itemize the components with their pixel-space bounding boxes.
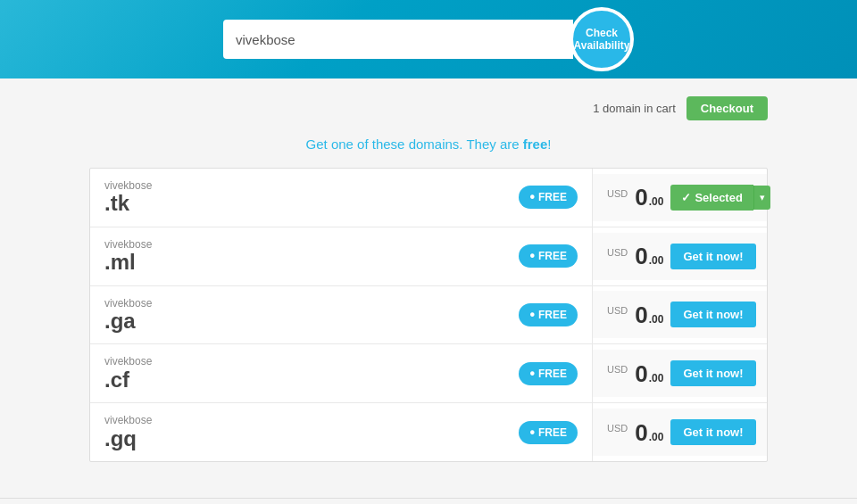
get-it-now-button[interactable]: Get it now! [670, 419, 755, 445]
domain-name-wrap: vivekbose .tk [104, 179, 152, 216]
domain-left: vivekbose .cf FREE [90, 344, 593, 402]
domain-name-wrap: vivekbose .cf [104, 355, 152, 392]
footer-divider [0, 498, 857, 499]
search-bar: CheckAvailability [223, 7, 634, 71]
price-block: 0.00 [635, 244, 663, 268]
selected-button[interactable]: Selected [670, 185, 753, 211]
price-block: 0.00 [635, 303, 663, 326]
price-currency: USD [607, 247, 628, 258]
price-amount: 0 [635, 421, 647, 444]
domain-right: USD 0.00 Get it now! [593, 291, 767, 338]
price-block: 0.00 [635, 421, 663, 444]
price-block: 0.00 [635, 362, 663, 385]
price-currency: USD [607, 423, 628, 434]
cart-bar: 1 domain in cart Checkout [89, 96, 768, 120]
table-row: vivekbose .ga FREE USD 0.00 Get it now! [90, 286, 767, 345]
main-content: 1 domain in cart Checkout Get one of the… [71, 78, 786, 480]
domain-name-wrap: vivekbose .ga [104, 297, 152, 334]
get-it-now-button[interactable]: Get it now! [670, 360, 755, 386]
domain-ext: .tk [104, 192, 152, 215]
domain-table: vivekbose .tk FREE USD 0.00 Selected ▾ v… [89, 168, 768, 462]
domain-ext: .ga [104, 310, 152, 333]
price-currency: USD [607, 188, 628, 199]
price-cents: .00 [649, 254, 664, 267]
domain-base: vivekbose [104, 238, 152, 251]
domain-left: vivekbose .gq FREE [90, 403, 593, 461]
selected-group: Selected ▾ [670, 185, 770, 211]
price-amount: 0 [635, 362, 647, 385]
search-input[interactable] [223, 20, 573, 59]
domain-ext: .cf [104, 368, 152, 392]
free-badge: FREE [519, 303, 578, 326]
promo-before: Get one of these domains. They are [306, 136, 523, 152]
table-row: vivekbose .gq FREE USD 0.00 Get it now! [90, 403, 767, 461]
domain-ext: .gq [104, 427, 152, 450]
free-badge: FREE [519, 186, 578, 209]
get-it-now-button[interactable]: Get it now! [670, 244, 755, 269]
domain-ext: .ml [104, 251, 152, 274]
domain-right: USD 0.00 Selected ▾ [593, 174, 767, 221]
price-cents: .00 [649, 313, 664, 326]
free-badge: FREE [519, 421, 578, 444]
domain-right: USD 0.00 Get it now! [593, 409, 767, 456]
domain-left: vivekbose .ml FREE [90, 227, 593, 285]
domain-left: vivekbose .tk FREE [90, 169, 593, 227]
promo-free-word: free [523, 136, 548, 152]
domain-left: vivekbose .ga FREE [90, 286, 593, 344]
domain-name-wrap: vivekbose .gq [104, 414, 152, 450]
header: CheckAvailability [0, 0, 857, 78]
table-row: vivekbose .tk FREE USD 0.00 Selected ▾ [90, 169, 767, 227]
domain-right: USD 0.00 Get it now! [593, 350, 767, 397]
free-badge: FREE [519, 244, 578, 268]
cart-count-text: 1 domain in cart [593, 102, 676, 115]
check-availability-button[interactable]: CheckAvailability [570, 7, 634, 71]
price-cents: .00 [649, 195, 664, 208]
domain-base: vivekbose [104, 297, 152, 310]
price-amount: 0 [635, 186, 647, 209]
free-badge: FREE [519, 362, 578, 385]
price-currency: USD [607, 364, 628, 375]
domain-base: vivekbose [104, 355, 152, 368]
domain-name-wrap: vivekbose .ml [104, 238, 152, 275]
get-it-now-button[interactable]: Get it now! [670, 302, 755, 327]
domain-base: vivekbose [104, 179, 152, 192]
price-amount: 0 [635, 244, 647, 268]
selected-dropdown-button[interactable]: ▾ [753, 186, 770, 210]
price-block: 0.00 [635, 186, 663, 209]
domain-base: vivekbose [104, 414, 152, 426]
promo-text: Get one of these domains. They are free! [89, 136, 768, 152]
price-amount: 0 [635, 303, 647, 326]
price-cents: .00 [649, 372, 664, 384]
domain-right: USD 0.00 Get it now! [593, 233, 767, 280]
table-row: vivekbose .cf FREE USD 0.00 Get it now! [90, 344, 767, 403]
table-row: vivekbose .ml FREE USD 0.00 Get it now! [90, 227, 767, 286]
promo-after: ! [547, 136, 551, 152]
price-cents: .00 [649, 431, 664, 443]
checkout-button[interactable]: Checkout [686, 96, 768, 120]
price-currency: USD [607, 305, 628, 316]
